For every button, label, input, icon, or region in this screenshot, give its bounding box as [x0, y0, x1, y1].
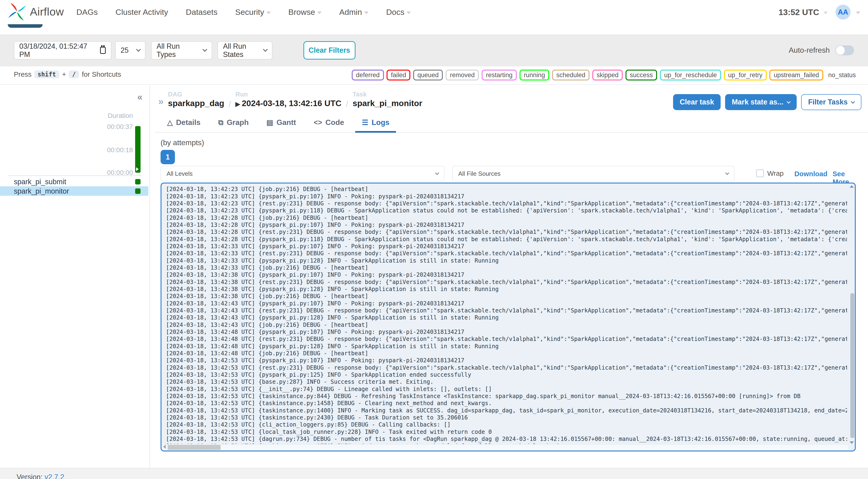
- task-row[interactable]: spark_pi_monitor: [0, 186, 148, 196]
- state-badge[interactable]: restarting: [482, 70, 517, 81]
- log-line: [2024-03-18, 13:42:43 UTC] {pyspark_pi.p…: [166, 300, 847, 307]
- log-viewer[interactable]: [2024-03-18, 13:42:23 UTC] {job.py:216} …: [160, 183, 856, 451]
- log-line: [2024-03-18, 13:42:38 UTC] {rest.py:231}…: [166, 279, 847, 286]
- tab[interactable]: ☰ Logs: [355, 114, 396, 133]
- run-state-icon: ▶: [236, 101, 240, 107]
- tab-icon: ▤: [267, 118, 273, 127]
- tab-icon: △: [167, 118, 173, 127]
- breadcrumb-task[interactable]: Task spark_pi_monitor: [353, 91, 422, 109]
- download-link[interactable]: Download: [794, 170, 827, 178]
- chevron-down-icon: [203, 47, 207, 52]
- shortcut-hint: Press shift + / for Shortcuts: [14, 70, 121, 78]
- chevron-down-icon: [856, 11, 860, 14]
- page-size-select[interactable]: 25: [115, 41, 146, 60]
- state-badge[interactable]: success: [625, 70, 657, 81]
- breadcrumb-arrows-icon[interactable]: »: [158, 96, 163, 109]
- wrap-label: Wrap: [767, 169, 784, 178]
- task-status-square[interactable]: [135, 179, 141, 185]
- nav-item[interactable]: Docs: [386, 7, 411, 17]
- run-states-select[interactable]: All Run States: [218, 41, 272, 60]
- run-types-select[interactable]: All Run Types: [151, 41, 212, 60]
- chevron-down-icon: [364, 11, 368, 14]
- clear-filters-button[interactable]: Clear Filters: [304, 41, 355, 60]
- state-badge[interactable]: deferred: [352, 70, 384, 81]
- task-detail-panel: » DAG sparkapp_dag / Run ▶2024-03-18, 13…: [155, 85, 868, 468]
- tab[interactable]: <> Code: [307, 114, 351, 133]
- version-link[interactable]: v2.7.2: [44, 473, 64, 479]
- log-levels-select[interactable]: All Levels: [160, 166, 444, 181]
- log-line: [2024-03-18, 13:42:48 UTC] {pyspark_pi.p…: [166, 328, 847, 336]
- nav-item[interactable]: Cluster Activity: [116, 7, 168, 17]
- log-line: [2024-03-18, 13:42:23 UTC] {rest.py:231}…: [166, 200, 847, 207]
- state-badge[interactable]: failed: [386, 70, 410, 81]
- calendar-icon[interactable]: [100, 47, 106, 54]
- chevron-down-icon: [263, 47, 268, 52]
- chevron-down-icon: [824, 11, 828, 14]
- log-line: [2024-03-18, 13:42:53 UTC] {taskinstance…: [166, 414, 847, 421]
- log-line: [2024-03-18, 13:42:38 UTC] {pyspark_pi.p…: [166, 271, 847, 278]
- panel-divider[interactable]: [150, 85, 150, 479]
- nav-item[interactable]: Datasets: [186, 7, 217, 17]
- log-line: [2024-03-18, 13:42:53 UTC] {taskinstance…: [166, 407, 847, 414]
- chevron-down-icon: [267, 11, 271, 14]
- task-status-square[interactable]: [135, 188, 141, 194]
- wrap-checkbox[interactable]: [756, 169, 764, 177]
- grid-sidebar: « Duration 00:00:37 00:00:18 00:00:00 sp…: [0, 85, 150, 468]
- scroll-left-arrow-icon[interactable]: [163, 445, 166, 449]
- log-line: [2024-03-18, 13:42:53 UTC] {local_task_j…: [166, 428, 847, 436]
- nav-item[interactable]: Admin: [339, 7, 368, 17]
- state-legend: deferred failed queued removed restartin…: [352, 70, 856, 81]
- filter-tasks-button[interactable]: Filter Tasks: [801, 94, 861, 110]
- state-badge[interactable]: skipped: [592, 70, 623, 81]
- tab[interactable]: △ Details: [160, 114, 207, 133]
- state-badge[interactable]: queued: [413, 70, 443, 81]
- clock-menu[interactable]: 13:52 UTC: [779, 7, 828, 17]
- mark-state-button[interactable]: Mark state as...: [725, 94, 797, 110]
- log-line: [2024-03-18, 13:42:33 UTC] {pyspark_pi.p…: [166, 243, 847, 250]
- log-line: [2024-03-18, 13:42:43 UTC] {rest.py:231}…: [166, 307, 847, 314]
- state-badge[interactable]: running: [520, 70, 549, 81]
- tab[interactable]: ▤ Gantt: [260, 114, 303, 133]
- horizontal-scrollbar-track[interactable]: [163, 445, 848, 450]
- state-badge[interactable]: upstream_failed: [769, 70, 823, 81]
- duration-tick: 00:00:37: [107, 123, 133, 131]
- task-row[interactable]: spark_pi_submit: [0, 177, 148, 186]
- breadcrumb-dag[interactable]: DAG sparkapp_dag: [168, 91, 224, 109]
- log-line: [2024-03-18, 13:42:28 UTC] {rest.py:231}…: [166, 228, 847, 235]
- legend-bar: Press shift + / for Shortcuts deferred f…: [0, 66, 868, 85]
- vertical-scrollbar[interactable]: [850, 293, 854, 438]
- auto-refresh-toggle[interactable]: [835, 45, 854, 55]
- nav-item[interactable]: Browse: [288, 7, 321, 17]
- state-badge[interactable]: removed: [446, 70, 479, 81]
- log-line: [2024-03-18, 13:42:38 UTC] {pyspark_pi.p…: [166, 286, 847, 293]
- nav-item[interactable]: DAGs: [76, 7, 98, 17]
- task-actions: Clear task Mark state as... Filter Tasks: [673, 94, 861, 110]
- log-line: [2024-03-18, 13:42:53 UTC] {cli_action_l…: [166, 421, 847, 428]
- nav-item[interactable]: Security: [235, 7, 271, 17]
- breadcrumb: » DAG sparkapp_dag / Run ▶2024-03-18, 13…: [158, 91, 422, 109]
- state-badge[interactable]: up_for_retry: [724, 70, 767, 81]
- log-line: [2024-03-18, 13:42:23 UTC] {job.py:216} …: [166, 186, 847, 193]
- detail-tabs: △ Details ⧉ Graph ▤ Gantt <> Code: [155, 114, 868, 133]
- horizontal-scrollbar[interactable]: [167, 445, 221, 450]
- state-badge[interactable]: up_for_reschedule: [660, 70, 721, 81]
- collapse-sidebar-icon[interactable]: «: [137, 92, 143, 102]
- avatar[interactable]: AA: [836, 5, 850, 20]
- breadcrumb-run[interactable]: Run ▶2024-03-18, 13:42:16 UTC: [236, 91, 341, 109]
- date-filter-input[interactable]: 03/18/2024, 01:52:47 PM: [14, 41, 111, 60]
- scroll-down-arrow-icon[interactable]: [850, 441, 854, 444]
- scroll-up-arrow-icon[interactable]: [850, 185, 854, 188]
- state-badge[interactable]: scheduled: [552, 70, 589, 81]
- version-info: Version: v2.7.2: [17, 473, 64, 479]
- airflow-brand[interactable]: Airflow: [7, 1, 64, 22]
- run-duration-bar[interactable]: [135, 126, 141, 173]
- tab[interactable]: ⧉ Graph: [212, 114, 255, 133]
- attempt-1-button[interactable]: 1: [160, 150, 175, 164]
- log-line: [2024-03-18, 13:42:48 UTC] {rest.py:231}…: [166, 336, 847, 343]
- user-menu[interactable]: AA: [836, 5, 860, 20]
- axis-line: [8, 175, 141, 176]
- clear-task-button[interactable]: Clear task: [673, 94, 721, 110]
- no-status-label[interactable]: no_status: [828, 71, 856, 79]
- log-line: [2024-03-18, 13:42:53 UTC] {taskinstance…: [166, 400, 847, 407]
- file-sources-select[interactable]: All File Sources: [452, 166, 735, 181]
